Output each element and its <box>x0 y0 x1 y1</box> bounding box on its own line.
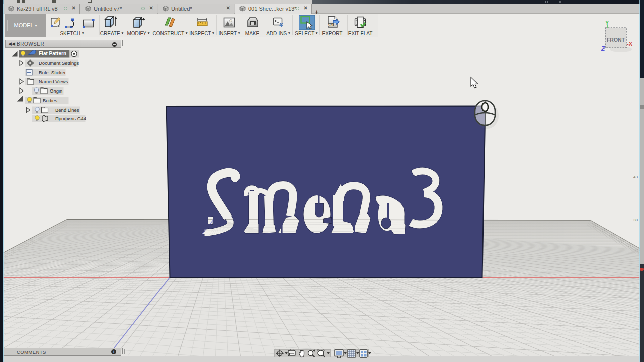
svg-text:Named Views: Named Views <box>39 79 68 84</box>
svg-text:Bend Lines: Bend Lines <box>55 107 79 113</box>
svg-text:Y: Y <box>605 20 609 26</box>
svg-text:FRONT: FRONT <box>607 37 625 43</box>
svg-text:DXF: DXF <box>328 23 334 26</box>
svg-text:Document Settings: Document Settings <box>39 60 79 66</box>
svg-text:Origin: Origin <box>50 88 62 94</box>
svg-text:Rule: Sticker: Rule: Sticker <box>39 70 66 75</box>
svg-text:-X: -X <box>627 41 633 47</box>
svg-text:Bodies: Bodies <box>43 98 57 103</box>
svg-text:Flat Pattern: Flat Pattern <box>39 51 66 56</box>
svg-text:Профиль C44: Профиль C44 <box>55 116 86 121</box>
